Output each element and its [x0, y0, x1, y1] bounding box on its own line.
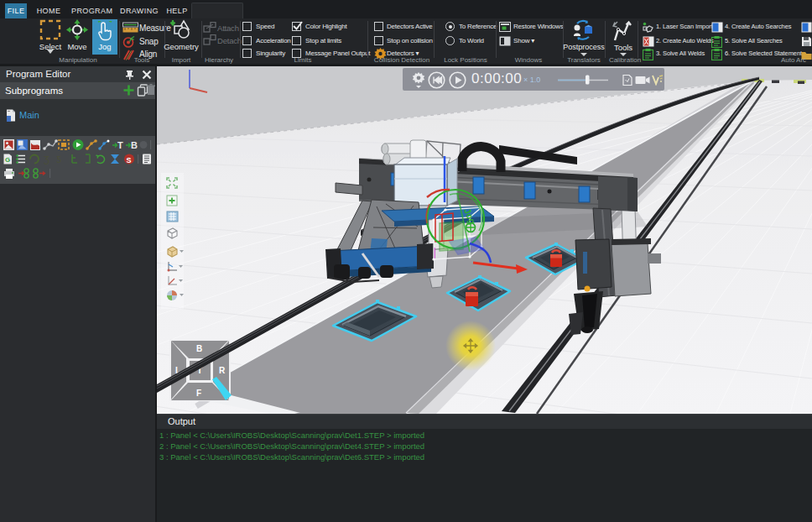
svg-text:F: F [196, 389, 201, 398]
svg-text:B: B [196, 344, 202, 353]
svg-text:R: R [219, 366, 226, 375]
svg-text:Ƽ: Ƽ [56, 154, 61, 164]
svg-text:Ʒ: Ʒ [44, 154, 49, 164]
svg-text:T: T [117, 140, 123, 150]
svg-text:G: G [5, 156, 10, 164]
svg-text:S: S [127, 156, 132, 164]
svg-text:B: B [131, 140, 138, 150]
